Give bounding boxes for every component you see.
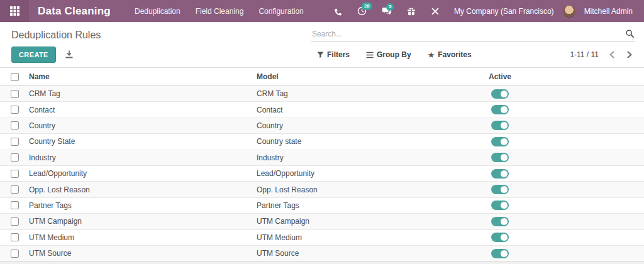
filters-button[interactable]: Filters	[317, 50, 350, 59]
select-all-checkbox[interactable]	[11, 73, 19, 81]
table-header-row: Name Model Active	[0, 67, 644, 86]
rule-model: Contact	[257, 106, 465, 114]
active-toggle[interactable]	[491, 201, 509, 210]
pager-previous-button[interactable]	[608, 50, 616, 60]
tools-button[interactable]	[425, 2, 445, 21]
toggle-knob	[501, 186, 508, 193]
rule-name: UTM Medium	[29, 233, 257, 242]
page-title: Deduplication Rules	[8, 27, 311, 41]
gift-icon	[407, 7, 416, 16]
rule-name: UTM Campaign	[29, 217, 257, 226]
row-checkbox[interactable]	[11, 233, 19, 241]
app-title[interactable]: Data Cleaning	[38, 5, 111, 18]
row-checkbox[interactable]	[11, 153, 19, 162]
table-row[interactable]: UTM CampaignUTM Campaign	[0, 214, 644, 229]
toggle-knob	[501, 106, 508, 113]
message-count-badge: 5	[386, 3, 394, 11]
toggle-knob	[501, 218, 508, 225]
star-icon: ★	[428, 50, 435, 60]
export-download-button[interactable]	[65, 50, 74, 59]
voip-phone-button[interactable]	[328, 2, 348, 21]
table-row[interactable]: CRM TagCRM Tag	[0, 86, 644, 102]
table-row[interactable]: IndustryIndustry	[0, 150, 644, 166]
column-header-name[interactable]: Name	[29, 72, 257, 81]
company-switcher[interactable]: My Company (San Francisco)	[449, 7, 559, 16]
row-checkbox[interactable]	[11, 90, 19, 98]
rule-name: UTM Source	[29, 249, 257, 258]
pager-next-button[interactable]	[625, 50, 634, 60]
column-header-active[interactable]: Active	[465, 72, 535, 81]
table-row[interactable]: CountryCountry	[0, 118, 644, 134]
toggle-knob	[501, 154, 508, 161]
nav-item-field-cleaning[interactable]: Field Cleaning	[189, 1, 250, 22]
messages-button[interactable]: 5	[376, 2, 397, 21]
toggle-knob	[501, 234, 508, 241]
table-row[interactable]: UTM SourceUTM Source	[0, 246, 644, 261]
favorites-label: Favorites	[438, 50, 471, 59]
rule-name: Partner Tags	[29, 201, 257, 210]
phone-icon	[333, 7, 342, 16]
table-row[interactable]: Country StateCountry state	[0, 134, 644, 150]
filter-funnel-icon	[317, 52, 324, 58]
row-checkbox[interactable]	[11, 106, 19, 114]
nav-item-configuration[interactable]: Configuration	[252, 1, 309, 22]
table-row[interactable]: Lead/OpportunityLead/Opportunity	[0, 166, 644, 182]
search-options: Filters Group By ★ Favorites	[317, 50, 472, 60]
row-checkbox[interactable]	[11, 138, 19, 146]
active-toggle[interactable]	[491, 249, 509, 258]
active-toggle[interactable]	[491, 169, 509, 179]
active-toggle[interactable]	[491, 217, 509, 226]
active-toggle[interactable]	[491, 233, 509, 242]
user-avatar[interactable]	[563, 5, 575, 18]
gift-button[interactable]	[401, 2, 421, 21]
search-input[interactable]	[311, 27, 635, 41]
deduplication-rules-list: Name Model Active CRM TagCRM TagContactC…	[0, 67, 644, 261]
rule-name: Lead/Opportunity	[29, 169, 257, 178]
toggle-knob	[501, 202, 508, 209]
column-header-model[interactable]: Model	[257, 72, 465, 81]
active-toggle[interactable]	[491, 121, 509, 130]
rule-model: UTM Medium	[257, 233, 465, 242]
row-checkbox[interactable]	[11, 201, 19, 209]
active-toggle[interactable]	[491, 153, 509, 162]
pager-range: 1-11 / 11	[570, 50, 599, 59]
rule-model: Lead/Opportunity	[257, 169, 465, 178]
nav-item-deduplication[interactable]: Deduplication	[128, 1, 187, 22]
apps-grid-icon	[10, 6, 19, 16]
create-button[interactable]: CREATE	[11, 47, 56, 63]
active-toggle[interactable]	[491, 105, 509, 114]
row-checkbox[interactable]	[11, 185, 19, 194]
table-row[interactable]: UTM MediumUTM Medium	[0, 230, 644, 246]
active-toggle[interactable]	[491, 185, 509, 194]
rule-name: Industry	[29, 153, 257, 162]
table-row[interactable]: Partner TagsPartner Tags	[0, 198, 644, 214]
rule-model: Industry	[257, 153, 465, 162]
rule-model: UTM Source	[257, 249, 465, 258]
row-checkbox[interactable]	[11, 170, 19, 178]
group-by-button[interactable]: Group By	[366, 50, 411, 59]
table-row[interactable]: ContactContact	[0, 102, 644, 118]
rule-name: Contact	[29, 106, 257, 114]
filters-label: Filters	[327, 50, 350, 59]
search-icon[interactable]	[626, 30, 634, 40]
active-toggle[interactable]	[491, 137, 509, 146]
row-checkbox[interactable]	[11, 121, 19, 129]
toggle-knob	[501, 91, 508, 97]
rule-name: CRM Tag	[29, 89, 257, 98]
active-toggle[interactable]	[491, 89, 509, 99]
user-menu[interactable]: Mitchell Admin	[579, 7, 638, 16]
rule-name: Opp. Lost Reason	[29, 185, 257, 194]
favorites-button[interactable]: ★ Favorites	[428, 50, 472, 60]
activities-button[interactable]: 28	[352, 1, 372, 21]
toggle-knob	[501, 138, 508, 145]
apps-menu-button[interactable]	[0, 0, 29, 22]
rule-name: Country	[29, 121, 257, 130]
content-background	[0, 261, 644, 264]
rule-model: Country	[257, 121, 465, 130]
search-box	[311, 27, 635, 42]
row-checkbox[interactable]	[11, 250, 19, 258]
table-row[interactable]: Opp. Lost ReasonOpp. Lost Reason	[0, 182, 644, 197]
toggle-knob	[501, 170, 508, 177]
row-checkbox[interactable]	[11, 217, 19, 226]
rule-model: Country state	[257, 137, 465, 146]
